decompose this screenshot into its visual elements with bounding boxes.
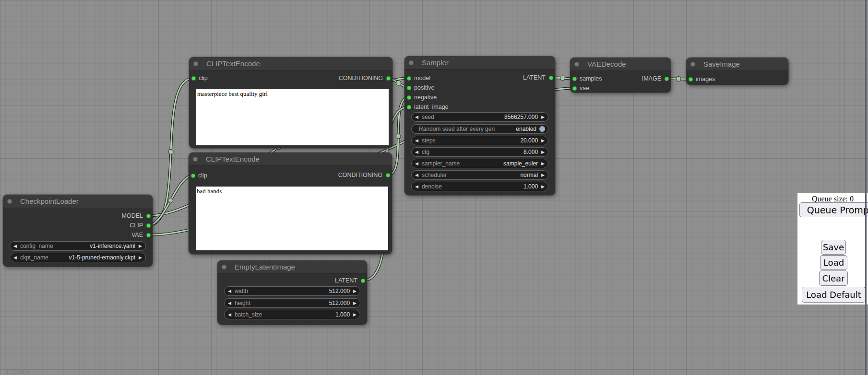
increment-arrow-icon[interactable]: ▶: [135, 242, 145, 250]
widget-config_name[interactable]: ◀config_namev1-inference.yaml▶: [10, 241, 146, 251]
link-midpoint-dot[interactable]: [168, 198, 173, 203]
widget-value: 512.000: [329, 300, 350, 306]
decrement-arrow-icon[interactable]: ◀: [225, 299, 235, 307]
widget-width[interactable]: ◀width512.000▶: [224, 286, 360, 296]
widget-scheduler[interactable]: ◀schedulernormal▶: [411, 170, 548, 180]
node-title-bar[interactable]: SaveImage: [686, 58, 788, 71]
widget-value: 512.000: [329, 288, 350, 294]
node-title-bar[interactable]: VAEDecode: [570, 58, 671, 71]
input-slot-label: latent_image: [414, 102, 449, 112]
clear-button[interactable]: Clear: [819, 270, 848, 286]
output-slot-dot-IMAGE[interactable]: [665, 77, 669, 81]
widget-value: sample_euler: [503, 160, 538, 167]
collapse-dot-icon[interactable]: [193, 61, 198, 66]
right-scrollbar[interactable]: [865, 0, 867, 375]
node-title-bar[interactable]: CLIPTextEncode: [189, 57, 392, 70]
node-title-bar[interactable]: EmptyLatentImage: [217, 260, 367, 274]
decrement-arrow-icon[interactable]: ◀: [412, 113, 422, 121]
widget-value: 20.000: [520, 137, 538, 144]
widget-value: normal: [520, 172, 538, 178]
input-slot-label: model: [414, 73, 430, 83]
increment-arrow-icon[interactable]: ▶: [538, 182, 548, 191]
output-slot-dot-VAE[interactable]: [146, 233, 151, 237]
node-sampler[interactable]: Samplermodelpositivenegativelatent_image…: [404, 56, 555, 195]
collapse-dot-icon[interactable]: [193, 157, 198, 162]
node-title-bar[interactable]: Sampler: [404, 56, 555, 70]
collapse-dot-icon[interactable]: [690, 62, 695, 67]
input-slot-dot-clip[interactable]: [191, 76, 196, 81]
node-title-label: EmptyLatentImage: [235, 260, 295, 274]
increment-arrow-icon[interactable]: ▶: [538, 113, 548, 121]
node-title-bar[interactable]: CheckpointLoader: [3, 195, 153, 208]
decrement-arrow-icon[interactable]: ◀: [10, 242, 20, 250]
output-slot-dot-CONDITIONING[interactable]: [386, 76, 391, 81]
decrement-arrow-icon[interactable]: ◀: [412, 148, 422, 156]
input-slot-dot-negative[interactable]: [407, 95, 411, 100]
decrement-arrow-icon[interactable]: ◀: [412, 171, 422, 179]
decrement-arrow-icon[interactable]: ◀: [412, 159, 422, 168]
load-default-button[interactable]: Load Default: [802, 287, 866, 303]
decrement-arrow-icon[interactable]: ◀: [10, 253, 20, 262]
widget-height[interactable]: ◀height512.000▶: [224, 298, 360, 308]
queue-prompt-button[interactable]: Queue Prompt: [799, 202, 868, 217]
link-midpoint-dot[interactable]: [396, 134, 401, 139]
output-slot-dot-CONDITIONING[interactable]: [386, 173, 390, 177]
collapse-dot-icon[interactable]: [222, 265, 226, 270]
increment-arrow-icon[interactable]: ▶: [538, 159, 548, 168]
node-empty-latent-image[interactable]: EmptyLatentImageLATENT◀width512.000▶◀hei…: [217, 260, 367, 325]
node-checkpoint-loader[interactable]: CheckpointLoaderMODELCLIPVAE◀config_name…: [3, 195, 153, 267]
widget-label: cfg: [422, 149, 429, 155]
widget-sampler_name[interactable]: ◀sampler_namesample_euler▶: [411, 159, 548, 168]
node-save-image[interactable]: SaveImageimages: [686, 58, 788, 85]
input-slot-dot-vae[interactable]: [572, 86, 577, 91]
increment-arrow-icon[interactable]: ▶: [350, 287, 360, 295]
widget-seed[interactable]: ◀seed8566257.000▶: [411, 112, 548, 122]
input-slot-label: clip: [198, 171, 207, 180]
increment-arrow-icon[interactable]: ▶: [135, 253, 145, 262]
save-button[interactable]: Save: [821, 240, 846, 255]
increment-arrow-icon[interactable]: ▶: [538, 171, 548, 179]
widget-ckpt_name[interactable]: ◀ckpt_namev1-5-pruned-emaonly.ckpt▶: [10, 253, 146, 262]
link-midpoint-dot[interactable]: [168, 150, 173, 154]
prompt-textarea[interactable]: masterpiece best quality girl: [196, 89, 389, 145]
link-midpoint-dot[interactable]: [676, 77, 681, 82]
output-slot-dot-CLIP[interactable]: [146, 223, 151, 228]
input-slot-dot-positive[interactable]: [407, 86, 411, 90]
increment-arrow-icon[interactable]: ▶: [538, 136, 548, 145]
input-slot-dot-samples[interactable]: [572, 77, 577, 81]
node-title-label: CLIPTextEncode: [206, 57, 260, 70]
widget-cfg[interactable]: ◀cfg8.000▶: [411, 147, 548, 157]
increment-arrow-icon[interactable]: ▶: [350, 310, 360, 319]
input-slot-dot-clip[interactable]: [191, 174, 195, 178]
widget-denoise[interactable]: ◀denoise1.000▶: [411, 182, 548, 191]
collapse-dot-icon[interactable]: [409, 60, 414, 65]
load-button[interactable]: Load: [820, 255, 847, 270]
increment-arrow-icon[interactable]: ▶: [538, 148, 548, 156]
widget-steps[interactable]: ◀steps20.000▶: [411, 136, 548, 145]
collapse-dot-icon[interactable]: [7, 199, 12, 204]
input-slot-dot-images[interactable]: [689, 77, 693, 82]
prompt-textarea[interactable]: bad hands: [196, 187, 388, 250]
output-slot-dot-LATENT[interactable]: [361, 279, 365, 283]
output-slot-dot-LATENT[interactable]: [549, 76, 553, 80]
decrement-arrow-icon[interactable]: ◀: [412, 136, 422, 145]
decrement-arrow-icon[interactable]: ◀: [225, 310, 235, 319]
input-slot-dot-latent_image[interactable]: [407, 105, 411, 109]
widget-batch_size[interactable]: ◀batch_size1.000▶: [224, 310, 360, 319]
node-clip-text-encode-negative[interactable]: CLIPTextEncodeclipCONDITIONINGbad hands: [189, 152, 392, 254]
node-clip-text-encode-positive[interactable]: CLIPTextEncodeclipCONDITIONINGmasterpiec…: [189, 57, 392, 148]
output-slot-dot-MODEL[interactable]: [146, 214, 151, 218]
collapse-dot-icon[interactable]: [574, 62, 579, 67]
increment-arrow-icon[interactable]: ▶: [350, 299, 360, 307]
decrement-arrow-icon[interactable]: ◀: [225, 287, 235, 295]
link-midpoint-dot[interactable]: [560, 76, 565, 81]
toggle-dot[interactable]: [539, 126, 545, 132]
node-vae-decode[interactable]: VAEDecodesamplesvaeIMAGE: [570, 58, 671, 93]
input-slot-dot-model[interactable]: [407, 76, 411, 81]
widget-value: v1-inference.yaml: [90, 243, 135, 249]
node-title-label: Sampler: [422, 56, 449, 70]
link-midpoint-dot[interactable]: [396, 81, 401, 85]
widget-random-seed-after-every-gen[interactable]: Random seed after every genenabled: [411, 124, 548, 134]
node-title-bar[interactable]: CLIPTextEncode: [189, 152, 392, 166]
decrement-arrow-icon[interactable]: ◀: [412, 182, 422, 191]
